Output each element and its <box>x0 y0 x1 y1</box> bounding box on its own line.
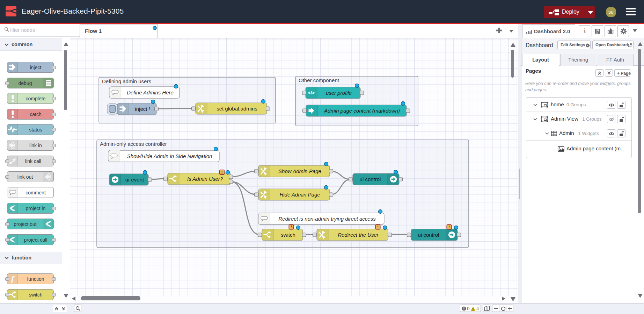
svg-text:Define Admins Here: Define Admins Here <box>127 90 174 95</box>
svg-text:user profile: user profile <box>326 90 352 96</box>
svg-text:Is Admin User?: Is Admin User? <box>187 176 223 182</box>
svg-text:ui control: ui control <box>360 176 381 182</box>
svg-text:</>: </> <box>308 90 315 95</box>
svg-text:!: ! <box>221 170 223 174</box>
svg-text:Hide Admin Page: Hide Admin Page <box>279 192 320 198</box>
svg-text:set global.admins: set global.admins <box>217 106 257 112</box>
svg-text:!: ! <box>448 225 450 229</box>
svg-text:Show Admin Page: Show Admin Page <box>278 168 321 174</box>
svg-text:Redirect is non-admin trying d: Redirect is non-admin trying direct acce… <box>278 216 376 222</box>
svg-text:Show/Hide Admin in Side Naviga: Show/Hide Admin in Side Navigation <box>127 153 212 159</box>
svg-text:ui control: ui control <box>418 232 439 238</box>
svg-text:Other component: Other component <box>299 77 339 83</box>
svg-text:!: ! <box>377 225 379 229</box>
svg-text:Defining admin users: Defining admin users <box>102 78 151 84</box>
svg-text:inject ¹: inject ¹ <box>135 106 150 112</box>
svg-text:switch: switch <box>281 232 295 238</box>
svg-text:Admin-only access controller: Admin-only access controller <box>100 141 167 147</box>
svg-text:Redirect the User: Redirect the User <box>338 232 379 238</box>
svg-text:!: ! <box>291 225 292 229</box>
svg-text:ui-event: ui-event <box>125 177 144 183</box>
svg-text:Admin page content (markdown): Admin page content (markdown) <box>324 108 400 114</box>
